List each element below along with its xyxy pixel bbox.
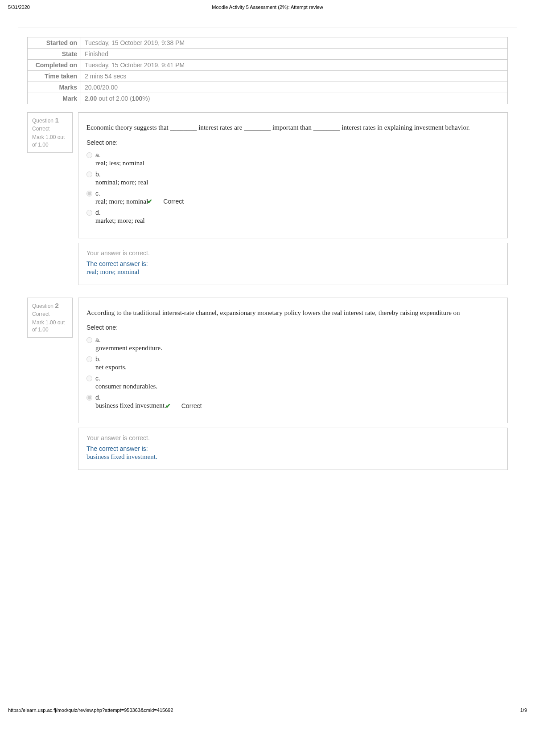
select-one-label: Select one: — [86, 139, 499, 146]
check-icon: ✔ — [165, 402, 171, 409]
option-text: real; more; nominal — [95, 198, 148, 205]
print-date: 5/31/2020 — [8, 4, 62, 10]
summary-row: Completed onTuesday, 15 October 2019, 9:… — [28, 60, 508, 71]
option-radio[interactable] — [86, 152, 92, 158]
option-text: consumer nondurables. — [95, 383, 157, 390]
attempt-summary-table: Started onTuesday, 15 October 2019, 9:38… — [27, 37, 508, 104]
summary-value: Tuesday, 15 October 2019, 9:38 PM — [81, 37, 508, 49]
feedback-correct-label: The correct answer is: — [86, 260, 499, 267]
summary-row-mark: Mark2.00 out of 2.00 (100%) — [28, 93, 508, 104]
summary-row: Marks20.00/20.00 — [28, 82, 508, 93]
option-letter: b. — [95, 356, 499, 363]
summary-value: Finished — [81, 49, 508, 60]
summary-value: 2.00 out of 2.00 (100%) — [81, 93, 508, 104]
option-text: real; less; nominal — [95, 159, 144, 167]
feedback-box: Your answer is correct.The correct answe… — [78, 243, 508, 285]
question-info: Question 2CorrectMark 1.00 out of 1.00 — [27, 298, 73, 338]
option-letter: a. — [95, 151, 499, 159]
question-mark: Mark 1.00 out of 1.00 — [32, 319, 68, 334]
option-letter: c. — [95, 190, 499, 197]
question-block: Question 2CorrectMark 1.00 out of 1.00Ac… — [27, 298, 508, 470]
option-letter: a. — [95, 336, 499, 343]
option: a.real; less; nominal — [86, 150, 499, 169]
summary-value: Tuesday, 15 October 2019, 9:41 PM — [81, 60, 508, 71]
summary-label: Time taken — [28, 71, 81, 82]
option-text: government expenditure. — [95, 344, 162, 352]
question-label: Question 1 — [32, 116, 68, 124]
correct-tag: Correct — [181, 402, 202, 409]
feedback-correct-value: business fixed investment. — [86, 453, 499, 461]
option-letter: d. — [95, 394, 499, 401]
option-text: net exports. — [95, 364, 127, 371]
footer-page: 1/9 — [520, 707, 527, 713]
summary-row: StateFinished — [28, 49, 508, 60]
summary-value: 20.00/20.00 — [81, 82, 508, 93]
options-list: a.government expenditure.b.net exports.c… — [86, 335, 499, 411]
option-text: nominal; more; real — [95, 179, 148, 186]
footer-url: https://elearn.usp.ac.fj/mod/quiz/review… — [8, 707, 173, 713]
option-letter: c. — [95, 375, 499, 382]
option: c.consumer nondurables. — [86, 373, 499, 392]
option-radio[interactable] — [86, 337, 92, 343]
feedback-your-answer: Your answer is correct. — [86, 434, 499, 441]
option-letter: d. — [95, 209, 499, 216]
question-mark: Mark 1.00 out of 1.00 — [32, 134, 68, 149]
feedback-correct-value: real; more; nominal — [86, 268, 499, 276]
option: d.business fixed investment.✔Correct — [86, 392, 499, 411]
option-radio[interactable] — [86, 356, 92, 362]
option-radio[interactable] — [86, 191, 92, 196]
check-icon: ✔ — [147, 198, 152, 205]
option-text: market; more; real — [95, 217, 145, 225]
page-frame: Started onTuesday, 15 October 2019, 9:38… — [18, 28, 517, 705]
summary-row: Time taken2 mins 54 secs — [28, 71, 508, 82]
summary-label: Started on — [28, 37, 81, 49]
question-status: Correct — [32, 311, 68, 317]
print-footer: https://elearn.usp.ac.fj/mod/quiz/review… — [0, 705, 535, 718]
option-radio[interactable] — [86, 376, 92, 381]
question-text: Economic theory suggests that ________ i… — [86, 123, 499, 133]
question-text: According to the traditional interest-ra… — [86, 308, 499, 318]
question-info: Question 1CorrectMark 1.00 out of 1.00 — [27, 112, 73, 153]
feedback-your-answer: Your answer is correct. — [86, 249, 499, 257]
print-title: Moodle Activity 5 Assessment (2%): Attem… — [62, 4, 473, 10]
option-text: business fixed investment. — [95, 402, 166, 409]
option: c.real; more; nominal✔Correct — [86, 188, 499, 207]
correct-tag: Correct — [163, 198, 184, 205]
question-block: Question 1CorrectMark 1.00 out of 1.00Ec… — [27, 112, 508, 285]
option-letter: b. — [95, 171, 499, 178]
option-radio[interactable] — [86, 172, 92, 177]
option-radio[interactable] — [86, 395, 92, 400]
option-radio[interactable] — [86, 210, 92, 216]
question-content: According to the traditional interest-ra… — [78, 298, 508, 424]
feedback-correct-label: The correct answer is: — [86, 445, 499, 452]
summary-row: Started onTuesday, 15 October 2019, 9:38… — [28, 37, 508, 49]
question-status: Correct — [32, 126, 68, 132]
option: b.net exports. — [86, 354, 499, 373]
option: d.market; more; real — [86, 207, 499, 226]
question-content: Economic theory suggests that ________ i… — [78, 112, 508, 238]
summary-label: Mark — [28, 93, 81, 104]
summary-label: State — [28, 49, 81, 60]
option: a.government expenditure. — [86, 335, 499, 354]
select-one-label: Select one: — [86, 324, 499, 331]
summary-label: Completed on — [28, 60, 81, 71]
summary-label: Marks — [28, 82, 81, 93]
print-header: 5/31/2020 Moodle Activity 5 Assessment (… — [0, 0, 535, 10]
options-list: a.real; less; nominalb.nominal; more; re… — [86, 150, 499, 226]
feedback-box: Your answer is correct.The correct answe… — [78, 428, 508, 470]
option: b.nominal; more; real — [86, 169, 499, 188]
summary-value: 2 mins 54 secs — [81, 71, 508, 82]
question-label: Question 2 — [32, 302, 68, 309]
